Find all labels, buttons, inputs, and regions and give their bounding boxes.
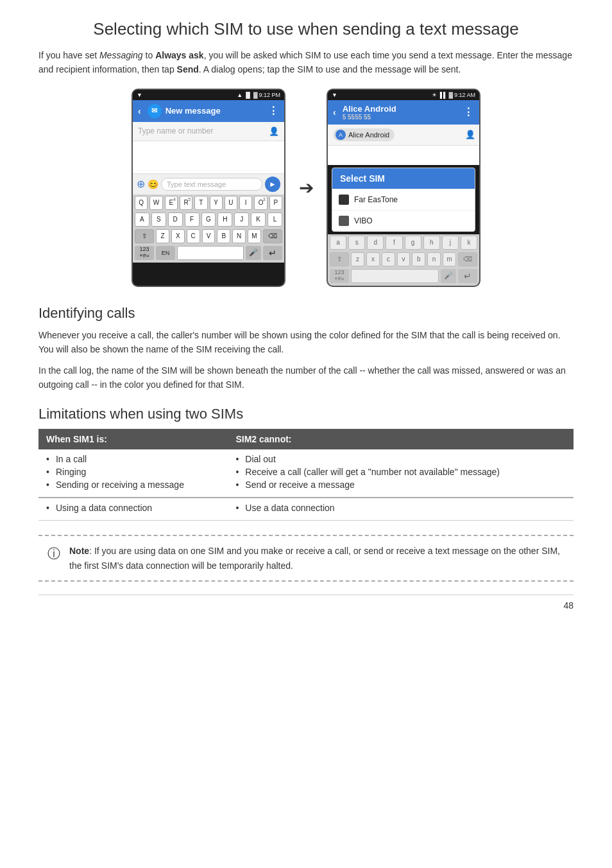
- sim-dialog-title: Select SIM: [340, 173, 385, 184]
- phone1-contacts-icon[interactable]: 👤: [269, 126, 279, 136]
- key2-C[interactable]: c: [382, 252, 395, 266]
- identifying-calls-section: Identifying calls Whenever you receive a…: [38, 305, 574, 392]
- key-enter[interactable]: ↵: [263, 246, 282, 260]
- key-Q[interactable]: Q: [135, 196, 148, 210]
- phone1-send-button[interactable]: ►: [265, 177, 280, 192]
- intro-paragraph: If you have set Messaging to Always ask,…: [38, 48, 574, 77]
- key2-enter[interactable]: ↵: [458, 269, 477, 283]
- key-symbols[interactable]: 123+#=: [135, 246, 154, 260]
- key2-A[interactable]: a: [330, 236, 346, 250]
- key-X[interactable]: X: [171, 229, 185, 243]
- arrow-right-icon: ➔: [299, 177, 314, 198]
- table-cell-sim2-row1: Dial out Receive a call (caller will get…: [228, 449, 574, 498]
- key2-N[interactable]: n: [427, 252, 441, 266]
- sim1-label: Far EasTone: [354, 195, 398, 204]
- sim-dialog-header: Select SIM: [332, 168, 475, 189]
- key-G[interactable]: G: [201, 213, 216, 227]
- key-O[interactable]: 3O: [254, 196, 267, 210]
- key2-K[interactable]: k: [461, 236, 477, 250]
- key2-symbols[interactable]: 123+#=: [330, 269, 349, 283]
- key-space[interactable]: [177, 246, 244, 260]
- phone1-signal1-icon: ▐▌: [244, 92, 252, 98]
- sim-option-fareastone[interactable]: Far EasTone: [332, 189, 475, 210]
- key2-D[interactable]: d: [367, 236, 384, 250]
- main-title: Selecting which SIM to use when sending …: [38, 19, 574, 39]
- key2-F[interactable]: f: [386, 236, 402, 250]
- phone1-to-field[interactable]: Type name or number 👤: [133, 122, 284, 141]
- key-R[interactable]: 5R: [180, 196, 192, 210]
- key-D[interactable]: D: [168, 213, 183, 227]
- key-C[interactable]: C: [187, 229, 200, 243]
- key2-S[interactable]: s: [348, 236, 365, 250]
- key-H[interactable]: H: [217, 213, 232, 227]
- table-cell-sim1-row2: Using a data connection: [38, 498, 228, 521]
- key-E[interactable]: 4E: [165, 196, 178, 210]
- phone1-status-bar: ▼ ▲ ▐▌ ▓ 9:12 PM: [133, 90, 284, 100]
- sim-option-vibo[interactable]: VIBO: [332, 210, 475, 231]
- key-W[interactable]: W: [149, 196, 162, 210]
- key-Z[interactable]: Z: [156, 229, 169, 243]
- phone1-signal-icon: ▼: [137, 92, 142, 98]
- key-shift[interactable]: ⇧: [135, 229, 154, 243]
- phone2-keyboard-row-2: ⇧ z x c v b n m ⌫: [328, 251, 479, 268]
- key2-backspace[interactable]: ⌫: [458, 252, 477, 266]
- phone2-keyboard: a s d f g h j k ⇧ z x c v b n m ⌫ 12: [328, 234, 479, 286]
- key2-J[interactable]: j: [442, 236, 459, 250]
- key-M[interactable]: M: [248, 229, 261, 243]
- key-S[interactable]: S: [151, 213, 166, 227]
- key2-X[interactable]: x: [366, 252, 380, 266]
- phone2-header: ‹ Alice Android 5 5555 55 ⋮: [328, 100, 479, 125]
- key-lang[interactable]: EN: [156, 246, 175, 260]
- key-Y[interactable]: Y: [210, 196, 223, 210]
- key-mic[interactable]: 🎤: [246, 246, 261, 260]
- key2-Z[interactable]: z: [351, 252, 364, 266]
- key2-G[interactable]: g: [405, 236, 421, 250]
- phone1-to-placeholder: Type name or number: [138, 126, 213, 135]
- key-N[interactable]: N: [232, 229, 246, 243]
- key2-mic[interactable]: 🎤: [441, 269, 456, 283]
- sim1-item-messaging: Sending or receiving a message: [46, 480, 220, 490]
- key-A[interactable]: A: [135, 213, 149, 227]
- limitations-title: Limitations when using two SIMs: [38, 406, 574, 422]
- key2-space[interactable]: [351, 269, 439, 283]
- key-V[interactable]: V: [202, 229, 216, 243]
- key-F[interactable]: F: [185, 213, 200, 227]
- phone1-time: 9:12 PM: [259, 92, 280, 98]
- phone1-keyboard: Q W 4E 5R T Y U I 3O P A S D F G H J K L: [133, 195, 284, 263]
- key2-V[interactable]: v: [397, 252, 411, 266]
- key2-B[interactable]: b: [412, 252, 425, 266]
- key2-H[interactable]: h: [423, 236, 440, 250]
- key-backspace[interactable]: ⌫: [263, 229, 282, 243]
- phone2-keyboard-bottom: 123+#= 🎤 ↵: [328, 268, 479, 286]
- phone1-add-icon[interactable]: ⊕: [137, 178, 145, 190]
- phone1-body: [133, 141, 284, 173]
- back-icon[interactable]: ‹: [138, 106, 141, 116]
- key2-shift[interactable]: ⇧: [330, 252, 349, 266]
- phone1-status-icons: ▲ ▐▌ ▓ 9:12 PM: [237, 92, 280, 98]
- key-U[interactable]: U: [225, 196, 237, 210]
- contact-chip: A Alice Android: [333, 128, 395, 141]
- identifying-calls-p2: In the call log, the name of the SIM wil…: [38, 363, 574, 392]
- phone2-signal2-icon: ▌: [443, 92, 447, 98]
- key-L[interactable]: L: [268, 213, 282, 227]
- phone1-menu-icon[interactable]: ⋮: [268, 105, 279, 117]
- phone1-message-input[interactable]: Type text message: [161, 178, 262, 191]
- sim2-label: VIBO: [354, 216, 373, 225]
- phone2-keyboard-row-1: a s d f g h j k: [328, 234, 479, 251]
- phone1-mockup: ▼ ▲ ▐▌ ▓ 9:12 PM ‹ ✉ New message ⋮ Type …: [132, 89, 285, 287]
- key-T[interactable]: T: [194, 196, 207, 210]
- key-K[interactable]: K: [251, 213, 266, 227]
- key-I[interactable]: I: [239, 196, 252, 210]
- key2-M[interactable]: m: [443, 252, 456, 266]
- phone2-contacts-icon[interactable]: 👤: [465, 130, 475, 139]
- key-P[interactable]: P: [269, 196, 282, 210]
- phone2-menu-icon[interactable]: ⋮: [463, 106, 474, 118]
- key-J[interactable]: J: [234, 213, 249, 227]
- phone1-battery-icon: ▓: [253, 92, 258, 98]
- sim2-color-box: [339, 216, 349, 226]
- phone1-emoji-icon[interactable]: 😊: [148, 179, 158, 189]
- key-B[interactable]: B: [217, 229, 230, 243]
- phone2-back-icon[interactable]: ‹: [333, 107, 336, 117]
- phone2-header-left: ‹ Alice Android 5 5555 55: [333, 104, 396, 121]
- page-footer: 48: [38, 595, 574, 611]
